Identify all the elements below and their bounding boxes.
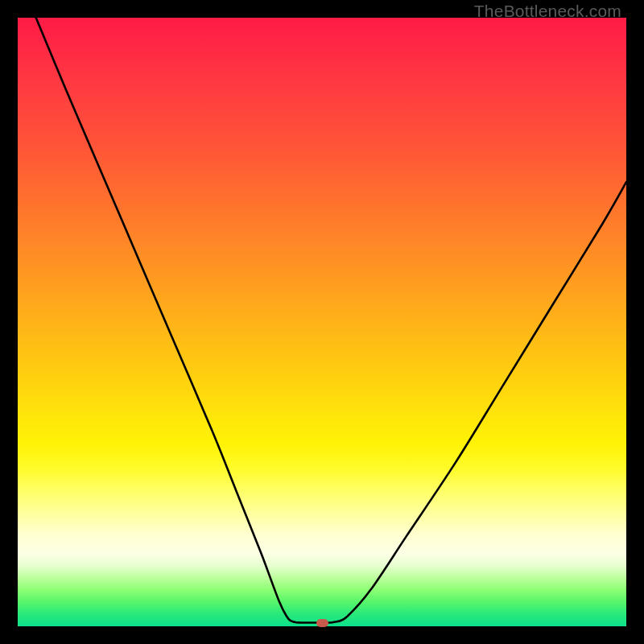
bottleneck-curve: [18, 18, 626, 626]
watermark-text: TheBottleneck.com: [474, 2, 621, 21]
optimal-point-marker: [316, 619, 328, 627]
chart-frame: [18, 18, 626, 626]
